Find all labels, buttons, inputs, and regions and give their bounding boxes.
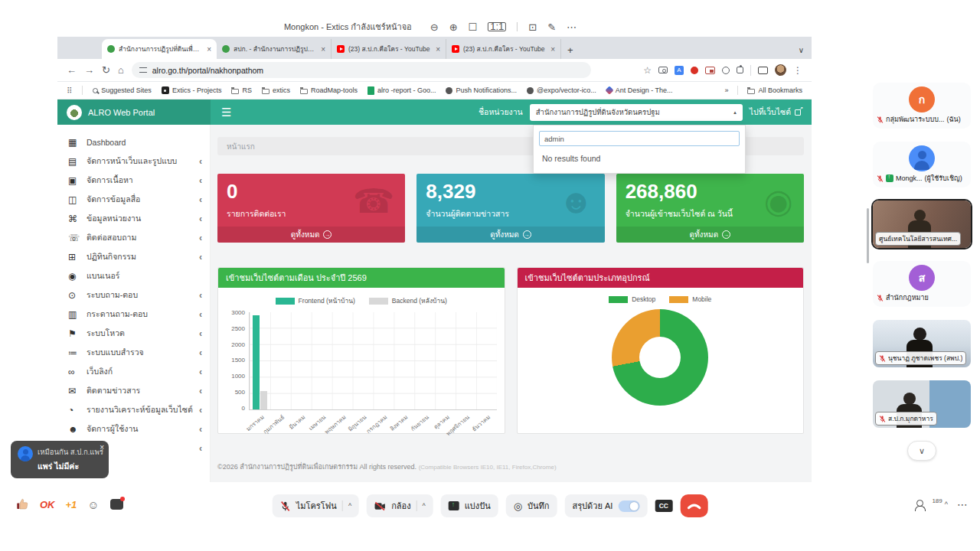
share-bar-title: Mongkon - Extics กำลังแชร์หน้าจอ <box>284 20 412 34</box>
rail-collapse-button[interactable]: ∨ <box>907 441 936 461</box>
mic-control[interactable]: ไมโครโฟน ^ <box>273 494 359 517</box>
browser-tab[interactable]: (23) ส.ป.ก.คือใคร - YouTube × <box>332 39 446 59</box>
all-bookmarks-button[interactable]: All Bookmarks <box>747 86 802 94</box>
sidebar-item[interactable]: ◉ แบนเนอร์ <box>57 266 210 285</box>
close-icon[interactable]: × <box>100 443 104 452</box>
sidebar-item[interactable]: ⊞ ปฏิทินกิจกรรม ‹ <box>57 247 210 266</box>
bar-slot: พฤศจิกายน <box>456 312 476 409</box>
thumbs-up-icon[interactable] <box>15 497 29 511</box>
participant-tile[interactable]: ก กลุ่มพัฒนาระบบบ... (ฉัน) <box>873 83 971 129</box>
view-all-button[interactable]: ดูทั้งหมด → <box>616 227 804 243</box>
camera-options-caret[interactable]: ^ <box>423 502 426 510</box>
view-all-button[interactable]: ดูทั้งหมด → <box>217 227 405 243</box>
participants-button[interactable]: 189 ^ <box>916 497 948 510</box>
alro-portal-page: ALRO Web Portal ☰ ชื่อหน่วยงาน สำนักงานก… <box>57 99 812 482</box>
zoom-in-icon[interactable]: ⊕ <box>449 21 458 33</box>
portal-brand[interactable]: ALRO Web Portal <box>57 99 211 125</box>
view-all-button[interactable]: ดูทั้งหมด → <box>416 227 604 243</box>
bookmark-item[interactable]: RS <box>231 86 252 95</box>
leave-meeting-button[interactable] <box>680 494 707 517</box>
browser-menu-icon[interactable]: ⋮ <box>793 65 802 76</box>
bookmark-star-icon[interactable]: ☆ <box>643 65 652 76</box>
pip-icon[interactable]: ⊡ <box>528 21 537 33</box>
more-options-icon[interactable]: ⋯ <box>957 498 968 510</box>
captions-button[interactable]: CC <box>655 500 672 512</box>
cast-icon[interactable] <box>758 67 768 74</box>
tab-close-icon[interactable]: × <box>321 45 325 54</box>
browser-tab[interactable]: สปก. - สำนักงานการปฏิรูปที่ดิน... × <box>217 39 332 59</box>
ai-summary-toggle[interactable] <box>618 500 639 512</box>
bookmark-item[interactable]: Push Notifications... <box>446 86 517 95</box>
actual-size-button[interactable]: 1:1 <box>488 22 506 31</box>
address-bar[interactable]: alro.go.th/portal/nakhonpathom <box>132 62 591 78</box>
goto-site-button[interactable]: ไปที่เว็บไซต์ <box>750 106 801 119</box>
site-settings-icon[interactable] <box>139 67 147 73</box>
sidebar-item[interactable]: ⚑ ระบบโหวต ‹ <box>57 324 210 343</box>
new-tab-button[interactable]: + <box>567 44 573 59</box>
bookmark-item[interactable]: Ant Design - The... <box>606 86 673 95</box>
sidebar-item[interactable]: ▥ กระดานถาม-ตอบ ‹ <box>57 305 210 324</box>
sidebar-item[interactable]: ▤ จัดการหน้าเว็บและรูปแบบ ‹ <box>57 152 210 171</box>
rail-scrollbar[interactable] <box>867 208 869 263</box>
sidebar-item[interactable]: ◫ จัดการข้อมูลสื่อ ‹ <box>57 190 210 209</box>
sidebar-item[interactable]: ☏ ติดต่อสอบถาม ‹ <box>57 228 210 247</box>
profile-avatar[interactable] <box>775 64 786 76</box>
participants-caret[interactable]: ^ <box>945 500 948 508</box>
bookmark-item[interactable]: alro -report - Goo... <box>368 86 436 95</box>
participant-tile[interactable]: นุชนาฏ ภูชาดเพชร (สพป.) <box>873 320 971 367</box>
participant-tile[interactable]: ศูนย์เทคโนโลยีสารสนเทศ... <box>873 201 971 248</box>
bookmark-item[interactable]: Extics - Projects <box>162 86 222 95</box>
apps-grid-icon[interactable]: ⠿ <box>67 86 72 95</box>
emoji-reaction-icon[interactable]: ☺ <box>87 498 99 511</box>
chat-extension-icon[interactable] <box>722 67 730 74</box>
sidebar-item[interactable]: ⌘ ข้อมูลหน่วยงาน ‹ <box>57 209 210 228</box>
sidebar-item[interactable]: ▦ Dashboard <box>57 132 210 152</box>
share-screen-button[interactable]: แบ่งปัน <box>441 494 498 517</box>
participant-tile[interactable]: ส.ป.ก.มุกดาหาร <box>873 380 971 428</box>
reload-icon[interactable]: ↻ <box>102 64 110 76</box>
record-indicator-icon[interactable] <box>691 67 698 74</box>
sidebar-item[interactable]: ◔ รายงานวิเคราะห์ข้อมูลเว็บไซต์ ‹ <box>57 400 210 419</box>
zoom-out-icon[interactable]: ⊖ <box>430 21 439 33</box>
plus-one-reaction[interactable]: +1 <box>66 499 77 510</box>
browser-tab[interactable]: (23) ส.ป.ก.คือใคร - YouTube × <box>446 39 561 59</box>
screenshot-icon[interactable] <box>658 67 668 73</box>
tab-close-icon[interactable]: × <box>207 45 211 54</box>
bookmarks-overflow-icon[interactable]: » <box>724 86 728 94</box>
unit-search-input[interactable]: admin <box>539 131 740 146</box>
sidebar-item[interactable]: ⊙ ระบบถาม-ตอบ ‹ <box>57 285 210 305</box>
participant-tile[interactable]: ส สำนักกฎหมาย <box>873 261 971 307</box>
translate-icon[interactable]: A <box>675 66 684 75</box>
participant-tile[interactable]: Mongk... (ผู้ใช้รับเชิญ) <box>873 142 971 187</box>
chat-notification-bubble[interactable]: × เหมือนกัน ส.ป.ก.แพร่ แพร่ ไม่มีค่ะ <box>11 441 109 478</box>
chat-messages-icon[interactable] <box>110 499 123 510</box>
record-button[interactable]: ◎ บันทึก <box>506 494 557 517</box>
bookmark-item[interactable]: @expo/vector-ico... <box>527 86 596 95</box>
sidebar-item[interactable]: ☻ จัดการผู้ใช้งาน ‹ <box>57 419 210 439</box>
mic-options-caret[interactable]: ^ <box>348 502 351 510</box>
home-icon[interactable]: ⌂ <box>118 64 124 76</box>
tab-media-icon[interactable] <box>705 67 715 74</box>
bookmark-item[interactable]: extics <box>262 86 290 95</box>
extensions-icon[interactable] <box>737 67 743 73</box>
sidebar-item[interactable]: ▣ จัดการเนื้อหา ‹ <box>57 171 210 190</box>
hamburger-menu-icon[interactable]: ☰ <box>221 106 231 119</box>
forward-icon[interactable]: → <box>84 64 94 76</box>
tab-search-icon[interactable]: ∨ <box>799 46 804 59</box>
tab-close-icon[interactable]: × <box>550 45 555 54</box>
camera-control[interactable]: กล้อง ^ <box>367 494 433 517</box>
tab-close-icon[interactable]: × <box>436 45 440 54</box>
sidebar-item[interactable]: ≔ ระบบแบบสำรวจ ‹ <box>57 343 210 362</box>
browser-tab[interactable]: สำนักงานการปฏิรูปที่ดินเพื่อเกษ... × <box>102 39 217 59</box>
sidebar-item[interactable]: ✉ ติดตามข่าวสาร ‹ <box>57 381 210 400</box>
ok-reaction[interactable]: OK <box>40 499 55 510</box>
fit-screen-icon[interactable]: ☐ <box>469 21 478 33</box>
back-icon[interactable]: ← <box>67 64 77 76</box>
annotate-icon[interactable]: ✎ <box>547 21 556 33</box>
ai-summary-control[interactable]: สรุปด้วย AI <box>564 494 647 517</box>
unit-select[interactable]: สำนักงานการปฏิรูปที่ดินจังหวัดนครปฐม ▴ <box>530 104 743 121</box>
more-options-icon[interactable]: ⋯ <box>567 21 577 33</box>
bookmark-item[interactable]: Suggested Sites <box>93 86 152 95</box>
sidebar-item[interactable]: ∞ เว็บลิงก์ ‹ <box>57 362 210 381</box>
bookmark-item[interactable]: RoadMap-tools <box>300 86 358 95</box>
